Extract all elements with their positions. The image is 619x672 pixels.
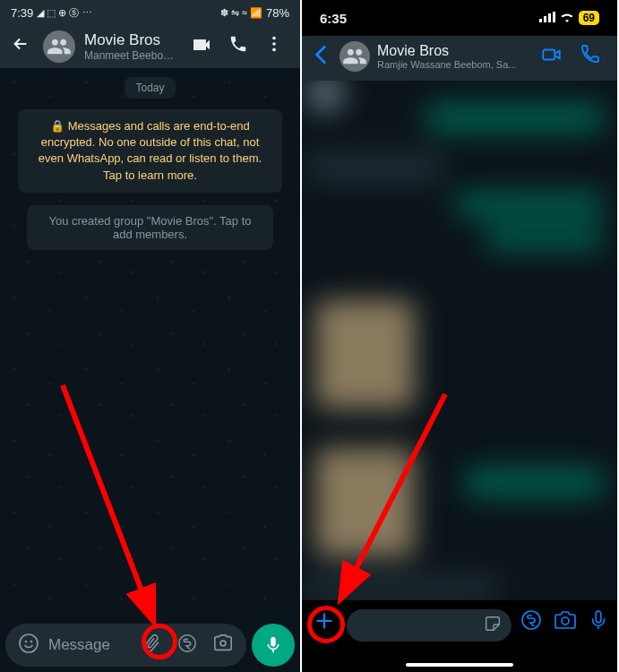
camera-icon[interactable] [205, 633, 241, 657]
back-button[interactable] [309, 43, 332, 71]
svg-point-4 [25, 641, 28, 643]
mic-icon[interactable] [589, 609, 608, 634]
voice-call-icon[interactable] [580, 43, 601, 70]
chat-title-block[interactable]: Movie Bros Ramjie Wassane Beebom, Sa... [377, 43, 533, 70]
svg-rect-12 [553, 12, 555, 22]
plus-button[interactable] [311, 609, 338, 639]
chat-subtitle: Ramjie Wassane Beebom, Sa... [377, 59, 533, 70]
wifi-icon [560, 12, 574, 25]
attachment-icon[interactable] [133, 633, 169, 658]
date-chip: Today [125, 77, 175, 99]
status-bar: 6:35 69 [302, 0, 617, 36]
sticker-icon[interactable] [483, 614, 503, 637]
chat-header: Movie Bros Ramjie Wassane Beebom, Sa... [302, 36, 617, 81]
ios-screen: 6:35 69 Movie Bros Ramjie Wassane Beebom… [302, 0, 617, 672]
svg-rect-9 [539, 19, 542, 22]
chat-body: Today 🔒 Messages and calls are end-to-en… [0, 68, 300, 613]
status-time: 6:35 [320, 11, 347, 26]
payment-icon[interactable] [169, 633, 205, 657]
chat-title: Movie Bros [377, 43, 533, 59]
svg-point-14 [522, 611, 540, 629]
svg-point-2 [272, 48, 276, 52]
payment-icon[interactable] [520, 609, 542, 634]
status-indicators: ✽ ⇋ ≈ 📶 [220, 7, 262, 19]
chat-title-block[interactable]: Movie Bros Manmeet Beebom, Ramji... [84, 31, 182, 62]
battery-text: 78% [266, 6, 289, 20]
voice-call-icon[interactable] [228, 34, 248, 59]
back-button[interactable] [7, 30, 34, 63]
svg-rect-13 [543, 50, 555, 60]
status-time: 7:39 [11, 6, 33, 20]
svg-rect-11 [548, 13, 551, 22]
signal-icon [539, 12, 555, 25]
input-placeholder: Message [47, 636, 133, 654]
group-avatar[interactable] [340, 41, 370, 72]
video-call-icon[interactable] [540, 43, 563, 70]
more-icon[interactable] [264, 34, 284, 59]
system-message[interactable]: You created group "Movie Bros". Tap to a… [27, 205, 273, 250]
home-indicator [406, 663, 513, 667]
chat-body [302, 81, 617, 618]
chat-subtitle: Manmeet Beebom, Ramji... [84, 49, 182, 62]
emoji-icon[interactable] [11, 633, 47, 658]
input-bar [302, 600, 617, 672]
status-bar: 7:39 ◢ ⬚ ⊕ ⓢ ⋯ ✽ ⇋ ≈ 📶 78% [0, 0, 300, 25]
status-icons: ◢ ⬚ ⊕ ⓢ ⋯ [37, 6, 91, 20]
battery-badge: 69 [579, 11, 599, 25]
encryption-notice[interactable]: 🔒 Messages and calls are end-to-end encr… [18, 109, 282, 193]
android-screen: 7:39 ◢ ⬚ ⊕ ⓢ ⋯ ✽ ⇋ ≈ 📶 78% Movie Bros Ma… [0, 0, 302, 672]
svg-point-3 [20, 634, 38, 652]
svg-point-15 [562, 617, 569, 625]
svg-point-1 [272, 42, 276, 46]
camera-icon[interactable] [555, 609, 576, 634]
chat-title: Movie Bros [84, 31, 182, 49]
message-input[interactable] [347, 609, 512, 642]
svg-point-6 [179, 635, 195, 651]
svg-rect-10 [544, 16, 546, 22]
group-avatar[interactable] [43, 30, 75, 63]
svg-point-0 [272, 37, 276, 40]
message-input[interactable]: Message [5, 624, 246, 667]
mic-button[interactable] [252, 624, 295, 667]
input-bar: Message [0, 618, 300, 672]
chat-header: Movie Bros Manmeet Beebom, Ramji... [0, 25, 300, 68]
svg-point-5 [30, 641, 33, 643]
video-call-icon[interactable] [191, 34, 212, 59]
